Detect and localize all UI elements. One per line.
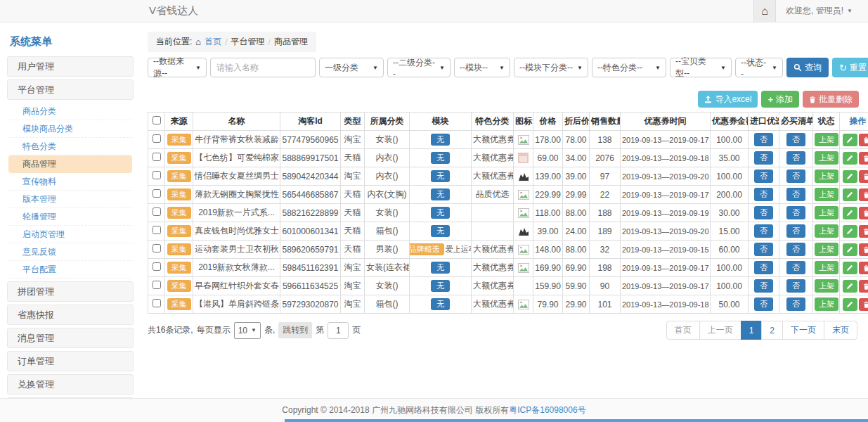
sidebar-group-消息管理[interactable]: 消息管理 [7, 328, 134, 348]
batch-delete-button[interactable]: 批量删除 [803, 91, 859, 108]
status-toggle[interactable]: 上架 [815, 188, 838, 201]
edit-button[interactable] [843, 134, 857, 146]
import-select-toggle[interactable]: 否 [754, 133, 773, 146]
must-buy-toggle[interactable]: 否 [786, 133, 805, 146]
select-row-checkbox[interactable] [153, 189, 161, 198]
delete-button[interactable] [859, 188, 868, 201]
data-source-select[interactable]: --数据来源--▼ [148, 58, 207, 77]
sidebar-item-特色分类[interactable]: 特色分类 [8, 138, 132, 155]
status-toggle[interactable]: 上架 [815, 243, 838, 256]
page-button-首页[interactable]: 首页 [666, 321, 700, 340]
import-select-toggle[interactable]: 否 [754, 224, 773, 238]
status-toggle[interactable]: 上架 [815, 298, 838, 311]
must-buy-toggle[interactable]: 否 [786, 224, 805, 238]
edit-button[interactable] [843, 207, 857, 219]
sidebar-item-意见反馈[interactable]: 意见反馈 [8, 243, 132, 261]
sidebar-item-宣传物料[interactable]: 宣传物料 [8, 173, 132, 191]
edit-button[interactable] [843, 262, 857, 274]
sidebar-item-版本管理[interactable]: 版本管理 [8, 191, 132, 208]
add-button[interactable]: + 添加 [761, 91, 799, 108]
edit-button[interactable] [843, 243, 857, 256]
import-select-toggle[interactable]: 否 [754, 151, 773, 165]
import-excel-button[interactable]: 导入excel [698, 91, 758, 108]
must-buy-toggle[interactable]: 否 [786, 279, 805, 293]
select-all-checkbox[interactable] [153, 116, 161, 124]
status-toggle[interactable]: 上架 [815, 133, 838, 146]
delete-button[interactable] [859, 298, 868, 311]
filter-select-模块[interactable]: --模块--▼ [454, 58, 510, 77]
filter-select-二级分类[interactable]: --二级分类--▼ [387, 58, 451, 77]
select-row-checkbox[interactable] [153, 299, 161, 307]
import-select-toggle[interactable]: 否 [754, 261, 773, 274]
horizontal-scrollbar[interactable] [285, 419, 868, 422]
select-row-checkbox[interactable] [153, 134, 161, 143]
filter-select-宝贝类型[interactable]: --宝贝类型--▼ [670, 58, 732, 77]
import-select-toggle[interactable]: 否 [754, 206, 773, 219]
status-toggle[interactable]: 上架 [815, 224, 838, 238]
must-buy-toggle[interactable]: 否 [786, 170, 805, 183]
edit-button[interactable] [843, 280, 857, 293]
select-row-checkbox[interactable] [153, 226, 161, 234]
search-button[interactable]: 查询 [786, 58, 829, 77]
filter-select-模块下分类[interactable]: --模块下分类--▼ [514, 58, 588, 77]
icp-link[interactable]: 粤ICP备16098006号 [509, 404, 585, 416]
name-search-input[interactable] [210, 58, 316, 77]
sidebar-item-平台配置[interactable]: 平台配置 [8, 261, 132, 279]
status-toggle[interactable]: 上架 [815, 261, 838, 274]
import-select-toggle[interactable]: 否 [754, 298, 773, 311]
delete-button[interactable] [859, 280, 868, 293]
select-row-checkbox[interactable] [153, 207, 161, 216]
must-buy-toggle[interactable]: 否 [786, 298, 805, 311]
delete-button[interactable] [859, 207, 868, 219]
select-row-checkbox[interactable] [153, 262, 161, 271]
select-row-checkbox[interactable] [153, 171, 161, 179]
edit-button[interactable] [843, 152, 857, 165]
must-buy-toggle[interactable]: 否 [786, 261, 805, 274]
edit-button[interactable] [843, 188, 857, 201]
sidebar-group-用户管理[interactable]: 用户管理 [7, 56, 134, 77]
edit-button[interactable] [843, 170, 857, 183]
select-row-checkbox[interactable] [153, 281, 161, 289]
must-buy-toggle[interactable]: 否 [786, 188, 805, 201]
sidebar-item-启动页管理[interactable]: 启动页管理 [8, 226, 132, 243]
sidebar-group-订单管理[interactable]: 订单管理 [7, 351, 134, 371]
page-button-下一页[interactable]: 下一页 [782, 321, 824, 340]
must-buy-toggle[interactable]: 否 [786, 206, 805, 219]
edit-button[interactable] [843, 225, 857, 238]
filter-select-一级分类[interactable]: 一级分类▼ [319, 58, 384, 77]
status-toggle[interactable]: 上架 [815, 279, 838, 293]
delete-button[interactable] [859, 243, 868, 256]
page-button-上一页[interactable]: 上一页 [699, 321, 741, 340]
sidebar-item-轮播管理[interactable]: 轮播管理 [8, 208, 132, 226]
sidebar-group-兑换管理[interactable]: 兑换管理 [7, 374, 134, 395]
must-buy-toggle[interactable]: 否 [786, 151, 805, 165]
status-toggle[interactable]: 上架 [815, 170, 838, 183]
user-menu[interactable]: 欢迎您, 管理员! ▼ [776, 5, 868, 17]
status-toggle[interactable]: 上架 [815, 151, 838, 165]
reset-button[interactable]: ↻ 重置 [832, 58, 868, 77]
select-row-checkbox[interactable] [153, 244, 161, 252]
per-page-select[interactable]: 10▼ [234, 322, 261, 339]
delete-button[interactable] [859, 134, 868, 146]
page-button-末页[interactable]: 末页 [824, 321, 857, 340]
import-select-toggle[interactable]: 否 [754, 170, 773, 183]
filter-select-状态[interactable]: --状态--▼ [735, 58, 783, 77]
delete-button[interactable] [859, 262, 868, 274]
sidebar-group-平台管理[interactable]: 平台管理 [7, 79, 134, 100]
filter-select-特色分类[interactable]: --特色分类--▼ [592, 58, 666, 77]
import-select-toggle[interactable]: 否 [754, 188, 773, 201]
status-toggle[interactable]: 上架 [815, 206, 838, 219]
import-select-toggle[interactable]: 否 [754, 243, 773, 256]
sidebar-item-商品分类[interactable]: 商品分类 [8, 103, 132, 120]
delete-button[interactable] [859, 225, 868, 238]
sidebar-item-模块商品分类[interactable]: 模块商品分类 [8, 120, 132, 138]
page-number-input[interactable] [328, 322, 349, 339]
must-buy-toggle[interactable]: 否 [786, 243, 805, 256]
delete-button[interactable] [859, 170, 868, 183]
sidebar-item-商品管理[interactable]: 商品管理 [8, 155, 132, 173]
home-button[interactable]: ⌂ [753, 0, 776, 22]
import-select-toggle[interactable]: 否 [754, 279, 773, 293]
page-button-2[interactable]: 2 [761, 321, 783, 340]
sidebar-group-拼团管理[interactable]: 拼团管理 [7, 281, 134, 302]
breadcrumb-home-link[interactable]: 首页 [205, 36, 221, 48]
